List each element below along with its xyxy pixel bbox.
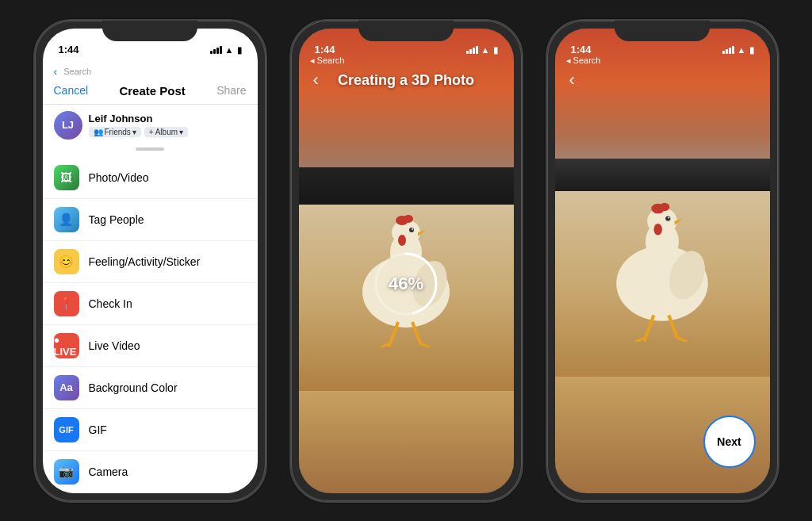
search-label-3: ◂ Search: [566, 56, 601, 66]
menu-item-checkin[interactable]: 📍 Check In: [43, 283, 258, 325]
friends-icon: 👥: [94, 128, 103, 136]
phone3-chicken-area: [555, 191, 770, 386]
user-row: LJ Leif Johnson 👥 Friends ▾ + Album ▾: [43, 105, 258, 144]
menu-item-camera[interactable]: 📷 Camera: [43, 451, 258, 493]
photo-video-label: Photo/Video: [89, 171, 149, 184]
share-button[interactable]: Share: [216, 84, 246, 97]
nav-bar-1: Cancel Create Post Share: [43, 81, 258, 105]
status-icons-2: ▲ ▮: [466, 45, 498, 56]
wifi-icon-1: ▲: [225, 45, 234, 55]
status-time-3: 1:44: [571, 44, 592, 56]
menu-item-background[interactable]: Aa Background Color: [43, 367, 258, 409]
menu-item-gif[interactable]: GIF GIF: [43, 409, 258, 451]
checkin-icon: 📍: [54, 291, 79, 316]
search-label-2: ◂ Search: [310, 56, 345, 66]
tag-people-label: Tag People: [89, 213, 144, 226]
svg-point-7: [409, 228, 414, 232]
phone-3: 1:44 ▲ ▮ ◂ Search ‹: [546, 19, 779, 503]
back-arrow-3[interactable]: ‹: [569, 70, 575, 90]
menu-item-photo[interactable]: 🖼 Photo/Video: [43, 157, 258, 199]
user-info: Leif Johnson 👥 Friends ▾ + Album ▾: [89, 113, 189, 137]
svg-point-4: [404, 215, 413, 223]
album-badge[interactable]: + Album ▾: [144, 127, 188, 137]
signal-icon-1: [210, 46, 222, 54]
status-icons-1: ▲ ▮: [210, 45, 242, 56]
photo-video-icon: 🖼: [54, 165, 79, 190]
drag-handle: [136, 147, 164, 151]
live-video-label: Live Video: [89, 339, 140, 352]
status-icons-3: ▲ ▮: [722, 45, 754, 56]
menu-item-live[interactable]: ● LIVE Live Video: [43, 325, 258, 367]
camera-icon: 📷: [54, 459, 79, 485]
svg-point-24: [665, 216, 670, 220]
svg-line-31: [677, 337, 688, 341]
svg-point-21: [660, 202, 670, 211]
search-nav-1: ‹ Search: [43, 60, 258, 81]
live-video-icon: ● LIVE: [54, 333, 79, 358]
friends-chevron: ▾: [132, 128, 136, 136]
notch-1: [102, 21, 197, 41]
creating-label: Creating a 3D Photo: [299, 72, 514, 89]
menu-item-tag[interactable]: 👤 Tag People: [43, 199, 258, 241]
user-badges: 👥 Friends ▾ + Album ▾: [89, 127, 189, 137]
feeling-label: Feeling/Activity/Sticker: [89, 255, 201, 268]
friends-label: Friends: [105, 128, 131, 136]
search-nav-3: ◂ Search: [566, 56, 601, 66]
phone-2-screen: 1:44 ▲ ▮ ◂ Search ‹ Cre: [299, 29, 514, 493]
signal-icon-2: [466, 46, 478, 54]
menu-list: 🖼 Photo/Video 👤 Tag People 😊 Feeling/Act…: [43, 157, 258, 493]
friends-badge[interactable]: 👥 Friends ▾: [89, 127, 141, 137]
user-name: Leif Johnson: [89, 113, 189, 125]
camera-label: Camera: [89, 465, 128, 478]
svg-line-14: [420, 343, 430, 347]
album-label: Album: [155, 128, 178, 136]
feeling-icon: 😊: [54, 249, 79, 274]
status-time-2: 1:44: [315, 44, 335, 56]
svg-point-25: [668, 216, 669, 218]
phone-1: 1:44 ▲ ▮ ‹ Search Cancel Create Post Sha…: [33, 19, 267, 503]
next-label: Next: [717, 435, 741, 448]
avatar: LJ: [54, 111, 82, 140]
album-chevron: ▾: [179, 128, 183, 136]
status-time-1: 1:44: [59, 44, 79, 56]
battery-icon-2: ▮: [493, 45, 498, 56]
phone-3-screen: 1:44 ▲ ▮ ◂ Search ‹: [555, 29, 770, 493]
nav-title-1: Create Post: [119, 84, 185, 98]
cancel-button[interactable]: Cancel: [54, 84, 89, 97]
progress-ring: 46%: [370, 248, 442, 320]
wifi-icon-2: ▲: [481, 45, 490, 55]
progress-text: 46%: [389, 274, 423, 294]
checkin-label: Check In: [89, 297, 132, 310]
avatar-initials: LJ: [62, 119, 74, 131]
notch-2: [358, 21, 454, 41]
wifi-icon-3: ▲: [737, 45, 746, 55]
phone-1-screen: 1:44 ▲ ▮ ‹ Search Cancel Create Post Sha…: [43, 29, 258, 493]
search-nav-2: ◂ Search: [310, 56, 345, 66]
svg-point-8: [412, 228, 413, 230]
next-button[interactable]: Next: [703, 416, 756, 468]
ground-area: [299, 391, 514, 493]
battery-icon-3: ▮: [749, 45, 754, 56]
signal-icon-3: [722, 46, 734, 54]
gif-label: GIF: [89, 423, 107, 436]
tag-people-icon: 👤: [54, 207, 79, 232]
battery-icon-1: ▮: [237, 45, 242, 56]
svg-point-22: [654, 223, 663, 235]
phone3-chicken-svg: [579, 175, 745, 342]
menu-item-feeling[interactable]: 😊 Feeling/Activity/Sticker: [43, 241, 258, 283]
search-label-1: Search: [63, 67, 91, 76]
background-color-label: Background Color: [89, 381, 178, 394]
background-color-icon: Aa: [54, 375, 79, 400]
notch-3: [615, 21, 710, 41]
svg-point-5: [398, 235, 406, 246]
gif-icon: GIF: [54, 417, 79, 442]
phone-2: 1:44 ▲ ▮ ◂ Search ‹ Cre: [289, 19, 523, 503]
album-icon: +: [149, 128, 154, 136]
back-arrow-top-1[interactable]: ‹: [54, 65, 58, 78]
